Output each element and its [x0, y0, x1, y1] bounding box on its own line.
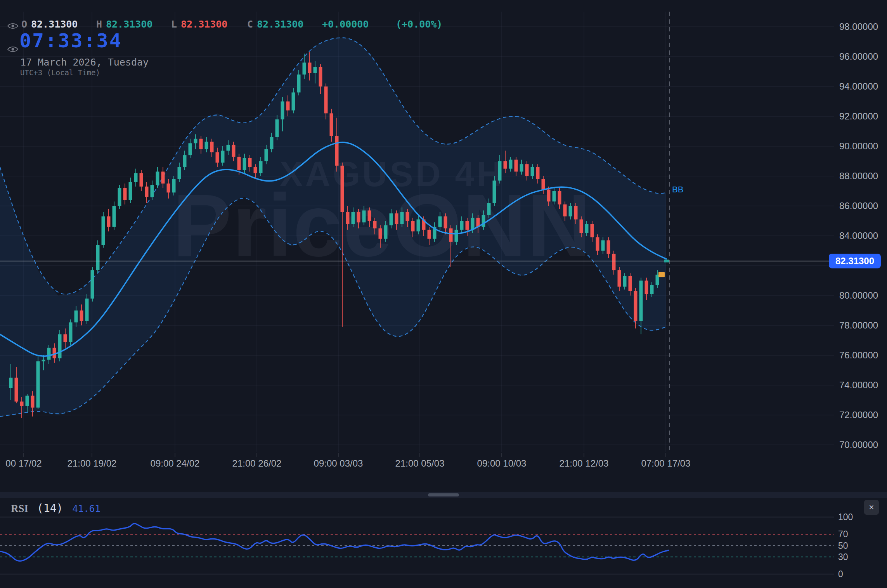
candle — [58, 330, 62, 361]
rsi-header: RSI(14)41.61 — [11, 502, 100, 515]
candle — [107, 209, 111, 232]
eye-icon[interactable] — [7, 22, 19, 30]
price-axis-label: 76.00000 — [839, 350, 878, 360]
order-marker — [658, 272, 665, 277]
high-value: 82.31300 — [106, 19, 152, 30]
low-value: 82.31300 — [181, 19, 227, 30]
rsi-level-label: 70 — [838, 529, 848, 539]
rsi-value: 41.61 — [72, 503, 100, 514]
rsi-title: RSI — [11, 503, 28, 514]
candle — [69, 320, 73, 345]
time-axis-label: 21:00 19/02 — [68, 458, 117, 469]
price-axis-label: 72.00000 — [839, 410, 878, 420]
price-axis-label: 96.00000 — [839, 51, 878, 62]
candle — [493, 176, 496, 206]
timezone-label: UTC+3 (Local Time) — [20, 68, 100, 77]
price-axis-label: 84.00000 — [839, 230, 878, 241]
candle — [123, 183, 127, 204]
low-label: L — [171, 19, 177, 30]
high-label: H — [96, 19, 102, 30]
candle — [140, 170, 143, 191]
countdown-clock: 07:33:34 — [19, 29, 122, 52]
close-icon[interactable]: × — [864, 500, 879, 515]
price-axis-label: 80.00000 — [839, 290, 878, 301]
bollinger-fill — [0, 37, 666, 417]
candle — [145, 182, 149, 203]
candle — [129, 178, 132, 203]
close-label: C — [247, 19, 253, 30]
price-badge-value: 82.31300 — [835, 256, 874, 266]
trading-app: XAGUSD 4HPriceONNBB98.0000096.0000094.00… — [0, 0, 887, 588]
current-bar-tick — [664, 259, 669, 262]
price-axis-label: 86.00000 — [839, 201, 878, 211]
price-axis-label: 92.00000 — [839, 111, 878, 121]
price-axis-label: 74.00000 — [839, 380, 878, 390]
time-axis-label: 09:00 10/03 — [477, 458, 527, 469]
candle — [118, 185, 121, 209]
time-axis-label: 21:00 05/03 — [395, 458, 445, 469]
open-value: 82.31300 — [31, 19, 78, 30]
price-axis-label: 98.00000 — [839, 21, 878, 32]
price-axis-label: 90.00000 — [839, 141, 878, 151]
time-axis-label: 21:00 26/02 — [232, 458, 282, 469]
chart-header: O 82.31300 H 82.31300 L 82.31300 C 82.31… — [0, 0, 466, 85]
rsi-level-label: 0 — [838, 569, 843, 579]
time-axis-label: 09:00 03/03 — [314, 458, 363, 469]
candle — [36, 355, 40, 409]
rsi-level-label: 50 — [838, 541, 848, 551]
rsi-level-label: 100 — [838, 512, 853, 522]
pane-divider — [0, 492, 887, 498]
open-label: O — [21, 19, 27, 30]
rsi-period: (14) — [37, 502, 63, 515]
pane-resize-handle[interactable] — [428, 493, 459, 496]
time-axis-label: 00 17/02 — [5, 458, 42, 469]
change-percent: (+0.00%) — [396, 19, 442, 30]
candle — [134, 169, 138, 187]
time-axis-label: 07:00 17/03 — [641, 458, 691, 469]
time-axis-label: 09:00 24/02 — [151, 458, 200, 469]
price-axis-label: 78.00000 — [839, 320, 878, 330]
close-value: 82.31300 — [257, 19, 303, 30]
rsi-canvas[interactable]: 1007050300 — [0, 498, 887, 588]
eye-icon[interactable] — [7, 45, 19, 54]
date-label: 17 March 2026, Tuesday — [20, 57, 149, 68]
time-axis-label: 21:00 12/03 — [560, 458, 609, 469]
price-axis-label: 88.00000 — [839, 171, 878, 181]
rsi-level-label: 30 — [838, 552, 848, 562]
price-axis-label: 94.00000 — [839, 81, 878, 92]
candle — [102, 212, 105, 247]
bb-indicator-label: BB — [672, 185, 683, 194]
candle — [113, 201, 116, 230]
price-axis-label: 70.00000 — [839, 439, 878, 450]
candle — [156, 167, 159, 188]
candle — [96, 240, 100, 273]
rsi-line — [0, 524, 669, 561]
candle — [85, 294, 89, 324]
candle — [91, 267, 94, 302]
plot-layer — [0, 37, 666, 418]
change-value: +0.00000 — [322, 19, 369, 30]
